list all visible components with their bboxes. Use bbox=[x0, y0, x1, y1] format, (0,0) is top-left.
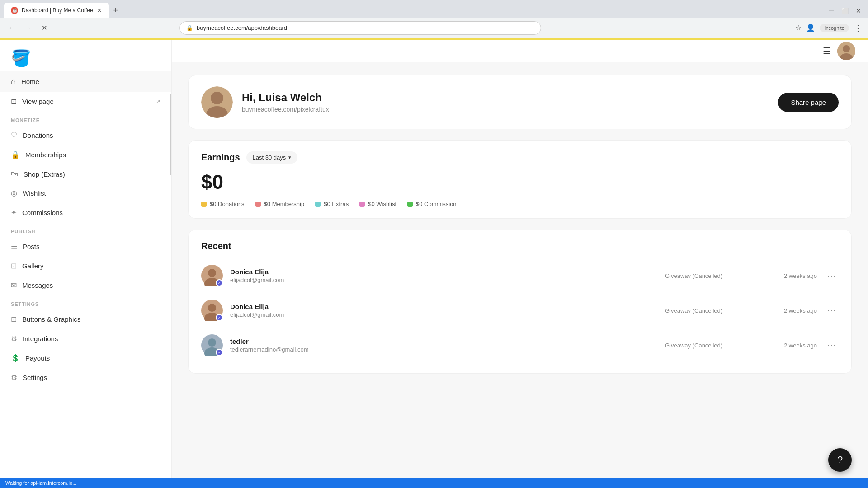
badge-check-icon: ✓ bbox=[218, 351, 221, 355]
sidebar-item-commissions[interactable]: ✦ Commissions bbox=[0, 203, 171, 222]
svg-point-10 bbox=[208, 304, 216, 312]
logo-icon: 🪣 bbox=[11, 49, 31, 67]
sidebar-item-settings[interactable]: ⚙ Settings bbox=[0, 368, 171, 387]
sidebar-item-view-page[interactable]: ⊡ View page ↗ bbox=[0, 92, 171, 111]
sidebar-item-shop-extras[interactable]: 🛍 Shop (Extras) bbox=[0, 164, 171, 183]
user-avatar-button[interactable] bbox=[837, 42, 855, 60]
sidebar-item-integrations[interactable]: ⚙ Integrations bbox=[0, 329, 171, 348]
commissions-icon: ✦ bbox=[11, 208, 17, 217]
browser-tab[interactable]: ☕ Dashboard | Buy Me a Coffee ✕ bbox=[4, 3, 109, 18]
sidebar-item-payouts[interactable]: 💲 Payouts bbox=[0, 348, 171, 368]
minimize-button[interactable]: ─ bbox=[826, 5, 837, 17]
publish-section-label: PUBLISH bbox=[0, 222, 171, 237]
avatar: ✓ bbox=[201, 265, 223, 286]
sidebar-item-label: Settings bbox=[23, 374, 47, 381]
app-logo[interactable]: 🪣 bbox=[11, 49, 31, 68]
period-label: Last 30 days bbox=[253, 154, 286, 161]
new-tab-button[interactable]: + bbox=[109, 4, 122, 17]
earnings-section: Earnings Last 30 days ▾ $0 $0 Donations … bbox=[188, 140, 852, 219]
help-button[interactable]: ? bbox=[828, 448, 852, 472]
url-text[interactable]: buymeacoffee.com/app/dashboard bbox=[197, 24, 287, 31]
svg-point-1 bbox=[843, 45, 850, 52]
recent-more-button[interactable]: ⋯ bbox=[824, 268, 839, 283]
avatar: ✓ bbox=[201, 300, 223, 321]
recent-title: Recent bbox=[201, 241, 839, 251]
breakdown-donations: $0 Donations bbox=[201, 201, 245, 207]
membership-dot bbox=[255, 202, 261, 207]
chevron-down-icon: ▾ bbox=[288, 155, 291, 160]
sidebar-item-label: View page bbox=[22, 98, 150, 105]
recent-item: ✓ Donica Elija elijadcol@gmail.com Givea… bbox=[201, 293, 839, 328]
recent-email: elijadcol@gmail.com bbox=[230, 311, 658, 318]
recent-time: 2 weeks ago bbox=[763, 342, 817, 349]
address-bar[interactable]: 🔒 buymeacoffee.com/app/dashboard bbox=[179, 21, 541, 35]
recent-info: Donica Elija elijadcol@gmail.com bbox=[230, 303, 658, 318]
profile-icon[interactable]: 👤 bbox=[806, 23, 815, 32]
reload-button[interactable]: ✕ bbox=[38, 22, 51, 34]
tab-close-icon[interactable]: ✕ bbox=[97, 7, 102, 14]
scrollbar-thumb[interactable] bbox=[170, 94, 171, 175]
home-icon: ⌂ bbox=[11, 77, 16, 86]
posts-icon: ☰ bbox=[11, 242, 17, 251]
svg-point-4 bbox=[211, 92, 223, 104]
period-selector[interactable]: Last 30 days ▾ bbox=[246, 151, 298, 164]
recent-time: 2 weeks ago bbox=[763, 272, 817, 279]
top-app-bar: ☰ bbox=[172, 40, 868, 62]
buttons-graphics-icon: ⊡ bbox=[11, 315, 17, 324]
back-button[interactable]: ← bbox=[5, 22, 18, 34]
recent-info: Donica Elija elijadcol@gmail.com bbox=[230, 268, 658, 283]
sidebar-item-wishlist[interactable]: ◎ Wishlist bbox=[0, 183, 171, 203]
sidebar-item-messages[interactable]: ✉ Messages bbox=[0, 276, 171, 295]
external-link-icon: ↗ bbox=[156, 98, 160, 105]
view-page-icon: ⊡ bbox=[11, 97, 17, 106]
avatar: ✓ bbox=[201, 334, 223, 356]
sidebar-item-donations[interactable]: ♡ Donations bbox=[0, 126, 171, 145]
user-profile-avatar bbox=[201, 86, 233, 118]
forward-button[interactable]: → bbox=[22, 22, 34, 34]
recent-more-button[interactable]: ⋯ bbox=[824, 338, 839, 352]
bookmark-icon[interactable]: ☆ bbox=[795, 23, 802, 32]
sidebar-item-gallery[interactable]: ⊡ Gallery bbox=[0, 256, 171, 276]
sidebar-item-posts[interactable]: ☰ Posts bbox=[0, 237, 171, 256]
messages-icon: ✉ bbox=[11, 281, 17, 290]
recent-time: 2 weeks ago bbox=[763, 307, 817, 314]
svg-point-13 bbox=[208, 338, 216, 347]
gallery-icon: ⊡ bbox=[11, 262, 17, 270]
recent-name: Donica Elija bbox=[230, 268, 658, 276]
recent-name: Donica Elija bbox=[230, 303, 658, 310]
close-window-button[interactable]: ✕ bbox=[853, 5, 864, 17]
sidebar-item-label: Donations bbox=[23, 131, 53, 139]
sidebar-scrollbar bbox=[169, 40, 171, 488]
maximize-button[interactable]: ⬜ bbox=[839, 5, 851, 17]
settings-icon: ⚙ bbox=[11, 373, 17, 382]
share-page-button[interactable]: Share page bbox=[778, 93, 839, 112]
avatar-badge: ✓ bbox=[216, 314, 223, 321]
recent-section: Recent ✓ Donica Elija bbox=[188, 230, 852, 374]
lock-icon: 🔒 bbox=[186, 25, 193, 31]
recent-more-button[interactable]: ⋯ bbox=[824, 303, 839, 318]
avatar-badge: ✓ bbox=[216, 279, 223, 286]
tab-favicon: ☕ bbox=[11, 7, 18, 14]
sidebar: 🪣 ⌂ Home ⊡ View page ↗ MONETIZE ♡ Donati… bbox=[0, 40, 172, 488]
sidebar-item-home[interactable]: ⌂ Home bbox=[0, 71, 171, 92]
earnings-amount: $0 bbox=[201, 171, 839, 193]
incognito-button[interactable]: Incognito bbox=[820, 24, 849, 32]
sidebar-item-memberships[interactable]: 🔒 Memberships bbox=[0, 145, 171, 164]
recent-status: Giveaway (Cancelled) bbox=[665, 342, 755, 349]
sidebar-nav: ⌂ Home ⊡ View page ↗ MONETIZE ♡ Donation… bbox=[0, 71, 171, 488]
browser-chrome: ☕ Dashboard | Buy Me a Coffee ✕ + ─ ⬜ ✕ bbox=[0, 0, 868, 18]
wishlist-dot bbox=[359, 202, 365, 207]
sidebar-item-label: Shop (Extras) bbox=[24, 170, 65, 178]
sidebar-item-label: Messages bbox=[22, 282, 53, 289]
sidebar-item-label: Payouts bbox=[25, 354, 50, 362]
sidebar-item-label: Gallery bbox=[22, 262, 44, 270]
monetize-section-label: MONETIZE bbox=[0, 111, 171, 126]
recent-name: tedler bbox=[230, 338, 658, 345]
tab-title: Dashboard | Buy Me a Coffee bbox=[22, 7, 93, 14]
sidebar-item-buttons-graphics[interactable]: ⊡ Buttons & Graphics bbox=[0, 310, 171, 329]
extension-menu-icon[interactable]: ⋮ bbox=[854, 23, 863, 33]
integrations-icon: ⚙ bbox=[11, 334, 17, 343]
hamburger-menu-button[interactable]: ☰ bbox=[823, 46, 831, 56]
badge-check-icon: ✓ bbox=[218, 281, 221, 285]
profile-card: Hi, Luisa Welch buymeacoffee.com/pixelcr… bbox=[188, 75, 852, 129]
